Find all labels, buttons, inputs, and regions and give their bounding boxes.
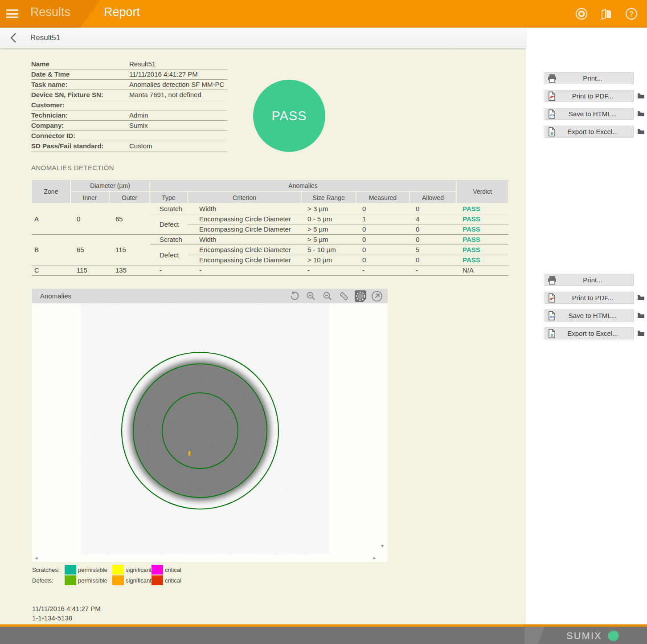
viewer-toolbar: Anomalies — [32, 289, 388, 303]
menu-icon[interactable] — [6, 9, 18, 18]
brand-name: SUMIX — [566, 630, 602, 642]
sumix-logo-icon — [607, 630, 619, 642]
export-actions-bottom: Print... Print to PDF... <> — [545, 274, 645, 345]
excel-icon: x — [547, 329, 557, 338]
col-header-zone: Zone — [32, 179, 70, 204]
folder-icon[interactable] — [637, 128, 645, 135]
print-button[interactable]: Print... — [545, 72, 634, 84]
svg-text:<>: <> — [550, 113, 555, 118]
verdict-cell: PASS — [456, 204, 508, 214]
tab-report[interactable]: Report — [104, 5, 140, 19]
open-external-icon[interactable] — [371, 290, 383, 302]
html-icon: <> — [547, 109, 557, 119]
zones-overlay-icon[interactable] — [354, 290, 367, 302]
col-header-allowed: Allowed — [409, 192, 456, 204]
report-body: NameResult51 Date & Time11/11/2016 4:41:… — [0, 48, 526, 624]
save-to-html-button[interactable]: <> Save to HTML... — [545, 108, 634, 120]
info-row: SD Pass/Fail standard:Custom — [31, 141, 227, 151]
folder-icon[interactable] — [637, 312, 645, 318]
col-header-anomalies: Anomalies — [150, 179, 456, 192]
col-header-type: Type — [150, 192, 188, 204]
top-bar: Results Report ? — [0, 0, 647, 28]
export-to-excel-button[interactable]: x Export to Excel... — [545, 126, 634, 138]
breadcrumb-bar: Result51 — [0, 28, 526, 48]
anomalies-image-viewer: Anomalies — [32, 289, 388, 562]
anomalies-legend: Scratches: permissible significant criti… — [32, 565, 181, 586]
export-actions-top: Print... Print to PDF... <> — [545, 72, 645, 143]
table-row: B 65 115 Scratch Width > 5 µm 0 0 PASS — [32, 234, 508, 245]
info-row: Technician:Admin — [31, 110, 227, 120]
folder-icon[interactable] — [637, 330, 645, 336]
svg-text:<>: <> — [550, 315, 555, 319]
legend-row-defects: Defects: permissible significant critica… — [32, 575, 181, 585]
scroll-down-icon[interactable]: ▾ — [381, 542, 384, 549]
html-icon: <> — [547, 311, 557, 321]
col-header-size-range: Size Range — [301, 192, 356, 204]
svg-text:x: x — [551, 333, 553, 338]
col-header-inner: Inner — [70, 192, 109, 204]
report-footer-info: 11/11/2016 4:41:27 PM 1-1-134-5138 — [32, 604, 101, 623]
verdict-cell: PASS — [456, 255, 508, 265]
page-title: Result51 — [30, 33, 60, 42]
verdict-cell: PASS — [456, 234, 508, 245]
zoom-in-icon[interactable] — [305, 290, 317, 302]
excel-icon: x — [547, 127, 557, 137]
save-to-html-button[interactable]: <> Save to HTML... — [545, 310, 634, 322]
tab-results[interactable]: Results — [30, 5, 70, 19]
verdict-cell: PASS — [456, 224, 508, 234]
brochure-icon[interactable] — [599, 6, 614, 21]
help-icon[interactable]: ? — [624, 6, 639, 21]
ruler-icon[interactable] — [338, 290, 350, 302]
result-info-table: NameResult51 Date & Time11/11/2016 4:41:… — [31, 59, 227, 151]
pdf-icon — [547, 91, 557, 101]
folder-icon[interactable] — [637, 294, 645, 301]
folder-icon[interactable] — [637, 93, 645, 99]
footer-timestamp: 11/11/2016 4:41:27 PM — [32, 604, 101, 613]
info-row: Connector ID: — [31, 130, 227, 141]
verdict-cell: PASS — [456, 214, 508, 224]
anomalies-table: Zone Diameter (µm) Anomalies Verdict Inn… — [31, 179, 509, 276]
zoom-out-icon[interactable] — [321, 290, 334, 302]
target-icon[interactable] — [574, 6, 589, 21]
info-row: Date & Time11/11/2016 4:41:27 PM — [31, 69, 227, 79]
vertical-scrollbar[interactable]: ▾ — [380, 303, 388, 554]
printer-icon — [547, 275, 557, 285]
footer-result-id: 1-1-134-5138 — [32, 613, 101, 623]
scratch-permissible-swatch — [65, 565, 76, 575]
col-header-criterion: Criterion — [188, 192, 301, 204]
scratch-significant-swatch — [112, 565, 124, 575]
col-header-outer: Outer — [109, 192, 150, 204]
print-to-pdf-button[interactable]: Print to PDF... — [545, 90, 634, 102]
info-row: Task name:Anomalies detection SF MM-PC — [31, 79, 227, 90]
info-row: Customer: — [31, 100, 227, 110]
printer-icon — [547, 73, 557, 83]
info-row: Company:Sumix — [31, 120, 227, 130]
rotate-icon[interactable] — [288, 290, 301, 302]
info-row: Device SN, Fixture SN:Manta 7691, not de… — [31, 90, 227, 100]
print-to-pdf-button[interactable]: Print to PDF... — [545, 292, 634, 304]
back-button[interactable] — [8, 32, 20, 44]
export-to-excel-button[interactable]: x Export to Excel... — [545, 327, 634, 339]
verdict-badge: PASS — [253, 80, 325, 152]
print-button[interactable]: Print... — [545, 274, 634, 286]
pdf-icon — [547, 293, 557, 303]
legend-row-scratches: Scratches: permissible significant criti… — [32, 565, 181, 575]
defect-significant-swatch — [112, 575, 124, 585]
scroll-right-icon[interactable]: ▸ — [373, 554, 376, 561]
folder-icon[interactable] — [637, 110, 645, 117]
bottom-bar: SUMIX — [0, 624, 647, 644]
horizontal-scrollbar[interactable]: ◂ ▸ — [32, 554, 388, 562]
verdict-cell: PASS — [456, 245, 508, 255]
defect-permissible-swatch — [65, 575, 76, 585]
scroll-left-icon[interactable]: ◂ — [35, 554, 38, 561]
col-header-diameter: Diameter (µm) — [70, 179, 150, 192]
status-bar — [0, 627, 647, 644]
table-row: C 115 135 - - - - - N/A — [32, 265, 508, 275]
col-header-measured: Measured — [356, 192, 409, 204]
col-header-verdict: Verdict — [456, 179, 508, 204]
fiber-endface-image — [81, 303, 329, 554]
fiber-image-canvas[interactable] — [32, 303, 380, 554]
section-title: ANOMALIES DETECTION — [31, 164, 114, 171]
defect-critical-swatch — [152, 575, 163, 585]
svg-text:?: ? — [629, 10, 634, 18]
